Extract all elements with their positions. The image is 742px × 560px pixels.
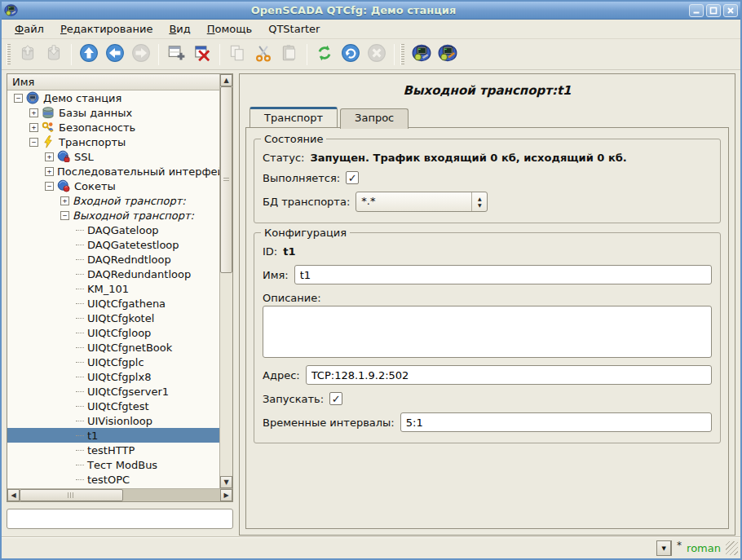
- tree-filter-input[interactable]: [7, 509, 233, 529]
- tree-item[interactable]: DAQRedundantloop: [7, 267, 219, 281]
- collapse-icon[interactable]: −: [60, 211, 69, 220]
- delete-item-button[interactable]: [189, 42, 215, 68]
- scroll-thumb[interactable]: [20, 489, 123, 501]
- tab-transport[interactable]: Транспорт: [250, 107, 338, 127]
- collapse-icon[interactable]: −: [29, 138, 38, 147]
- tree-item[interactable]: +SSL: [7, 149, 219, 164]
- tree-item[interactable]: UIQtCfgserver1: [7, 384, 219, 399]
- tree-item-label: SSL: [74, 151, 94, 163]
- address-input[interactable]: [306, 365, 712, 385]
- tree-item[interactable]: UIQtCfgtest: [7, 399, 219, 413]
- back-button[interactable]: [102, 42, 128, 68]
- menu-item-qtstarter[interactable]: QTStarter: [262, 21, 326, 37]
- tree-item-label: Демо станция: [43, 92, 121, 104]
- scroll-thumb[interactable]: [220, 86, 232, 273]
- start-update-button[interactable]: [338, 42, 364, 68]
- tree-item[interactable]: Тест ModBus: [7, 457, 219, 472]
- tree-item[interactable]: KM_101: [7, 281, 219, 296]
- tree-item[interactable]: UIQtCfgplx8: [7, 369, 219, 384]
- vision-launcher-button[interactable]: [435, 42, 461, 68]
- timings-input[interactable]: [400, 412, 712, 432]
- menu-item-file[interactable]: Файл: [8, 21, 51, 37]
- status-label: Статус:: [263, 152, 304, 164]
- toolbar-drag-handle[interactable]: [7, 44, 11, 65]
- tree-vertical-scrollbar[interactable]: ▲ ▼: [219, 74, 232, 488]
- tree-item[interactable]: DAQGatetestloop: [7, 237, 219, 252]
- maximize-button[interactable]: [706, 4, 721, 17]
- name-input[interactable]: [294, 265, 712, 284]
- scroll-down-button[interactable]: ▼: [220, 476, 232, 488]
- menu-item-help[interactable]: Помощь: [201, 21, 258, 37]
- tree-item[interactable]: UIVisionloop: [7, 413, 219, 428]
- description-textarea[interactable]: [263, 306, 712, 358]
- scroll-up-button[interactable]: ▲: [220, 74, 232, 86]
- expand-icon[interactable]: +: [45, 152, 54, 161]
- tree-item[interactable]: UIQtCfgathena: [7, 296, 219, 311]
- expand-icon[interactable]: +: [29, 108, 38, 117]
- expand-icon[interactable]: +: [60, 196, 69, 205]
- scroll-track[interactable]: [220, 86, 232, 476]
- security-icon: [42, 121, 55, 134]
- tree-item[interactable]: −Демо станция: [7, 90, 219, 105]
- up-button[interactable]: [76, 42, 102, 68]
- tree-branch-line: [76, 465, 84, 465]
- tree-item[interactable]: testHTTP: [7, 443, 219, 457]
- cut-item-button[interactable]: [250, 42, 276, 68]
- pane-splitter[interactable]: [233, 73, 239, 536]
- delete-item-icon: [192, 43, 212, 65]
- main-area: Имя −Демо станция+Базы данных+Безопаснос…: [2, 70, 740, 537]
- tree-item[interactable]: −Сокеты: [7, 179, 219, 193]
- tree-item[interactable]: UIQtCfgplc: [7, 355, 219, 369]
- status-value: Запущен. Трафик входящий 0 кб, исходящий…: [310, 152, 626, 164]
- tab-request[interactable]: Запрос: [340, 108, 409, 129]
- tree-horizontal-scrollbar[interactable]: ◀ ▶: [7, 488, 232, 501]
- tree-header[interactable]: Имя: [7, 74, 219, 90]
- tree-item[interactable]: +Входной транспорт:: [7, 193, 219, 208]
- tree-item[interactable]: UIQtCfgkotel: [7, 311, 219, 325]
- resize-grip[interactable]: [726, 541, 738, 555]
- tree-item[interactable]: −Транспорты: [7, 134, 219, 149]
- collapse-icon[interactable]: −: [45, 182, 54, 191]
- spinner-arrows-icon[interactable]: ▲▼: [471, 192, 487, 211]
- to-start-checkbox[interactable]: ✓: [329, 392, 342, 405]
- qtcfg-launcher-button[interactable]: [409, 42, 435, 68]
- collapse-icon[interactable]: −: [14, 94, 23, 103]
- paste-icon: [280, 43, 299, 65]
- tree-item[interactable]: DAQRedndtloop: [7, 252, 219, 267]
- expand-icon[interactable]: +: [45, 167, 54, 176]
- tree-item[interactable]: −Выходной транспорт:: [7, 208, 219, 223]
- running-checkbox[interactable]: ✓: [346, 171, 359, 184]
- user-dropdown-button[interactable]: ▼: [656, 540, 671, 556]
- stop-update-icon: [367, 43, 386, 65]
- minimize-button[interactable]: [689, 4, 704, 17]
- tabbar: Транспорт Запрос: [245, 107, 729, 127]
- toolbar-drag-handle[interactable]: [400, 44, 404, 65]
- titlebar[interactable]: OpenSCADA QTCfg: Демо станция: [2, 2, 740, 20]
- menu-item-view[interactable]: Вид: [162, 21, 197, 37]
- tree-item[interactable]: t1: [7, 428, 219, 443]
- tree-item[interactable]: UIQtCfgloop: [7, 325, 219, 340]
- scroll-track[interactable]: [123, 489, 220, 501]
- statusbar: ▼ * roman: [2, 537, 740, 558]
- add-item-button[interactable]: [163, 42, 189, 68]
- tree-item[interactable]: DAQGateloop: [7, 223, 219, 237]
- scroll-left-button[interactable]: ◀: [7, 489, 20, 501]
- tree-item[interactable]: +Безопасность: [7, 120, 219, 134]
- tree-item[interactable]: +Базы данных: [7, 105, 219, 120]
- app-window: OpenSCADA QTCfg: Демо станция ФайлРедакт…: [0, 0, 742, 560]
- tree-item-label: UIQtCfgkotel: [87, 312, 154, 324]
- tree-item[interactable]: UIQtCfgnetBook: [7, 340, 219, 355]
- sockets-icon: [57, 179, 70, 192]
- tree-item[interactable]: +Последовательный интерфейс: [7, 164, 219, 179]
- tree-item[interactable]: testOPC: [7, 472, 219, 487]
- combobox-value: *.*: [356, 192, 471, 211]
- stop-update-button: [364, 42, 390, 68]
- address-label: Адрес:: [263, 369, 300, 381]
- menu-item-edit[interactable]: Редактирование: [54, 21, 159, 37]
- close-button[interactable]: [723, 4, 738, 17]
- scroll-right-button[interactable]: ▶: [220, 489, 232, 501]
- expand-icon[interactable]: +: [29, 123, 38, 132]
- transport-db-combobox[interactable]: *.* ▲▼: [356, 192, 488, 212]
- refresh-button[interactable]: [311, 42, 338, 68]
- tree-item-label: UIQtCfgplc: [87, 356, 144, 368]
